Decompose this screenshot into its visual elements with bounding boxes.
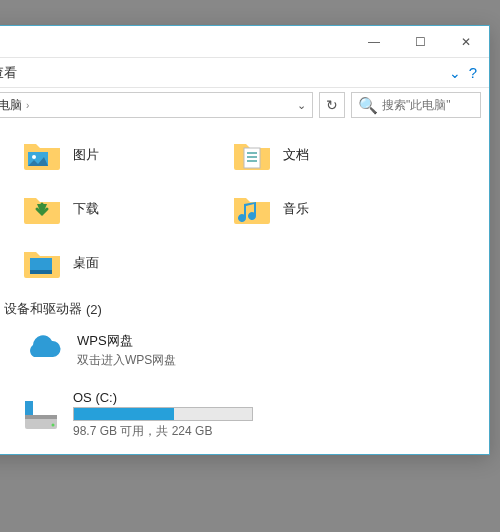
folders-section: 图片 文档 下载 音乐 <box>21 130 469 292</box>
desktop-icon <box>21 242 63 284</box>
svg-rect-7 <box>30 270 52 274</box>
folder-desktop[interactable]: 桌面 <box>21 238 231 288</box>
search-box[interactable]: 🔍 <box>351 92 481 118</box>
drive-info: WPS网盘 双击进入WPS网盘 <box>77 332 176 369</box>
drive-name: WPS网盘 <box>77 332 176 350</box>
folder-music[interactable]: 音乐 <box>231 184 441 234</box>
cloud-icon <box>21 328 65 372</box>
refresh-button[interactable]: ↻ <box>319 92 345 118</box>
ribbon-collapse-button[interactable]: ⌄ <box>449 65 461 81</box>
capacity-bar <box>73 407 253 421</box>
drive-wps[interactable]: WPS网盘 双击进入WPS网盘 <box>21 324 231 376</box>
folder-label: 音乐 <box>283 200 309 218</box>
breadcrumb[interactable]: 此电脑 › ⌄ <box>0 92 313 118</box>
group-label: 网络位置 <box>4 452 56 454</box>
svg-rect-6 <box>30 258 52 272</box>
group-count: (2) <box>86 302 102 317</box>
refresh-icon: ↻ <box>326 97 338 113</box>
group-network-header[interactable]: ⌄ 网络位置 (1) <box>0 452 469 454</box>
group-count: (1) <box>60 454 76 455</box>
folder-label: 桌面 <box>73 254 99 272</box>
search-icon: 🔍 <box>358 96 378 115</box>
help-icon[interactable]: ? <box>469 64 477 81</box>
svg-rect-10 <box>25 401 33 415</box>
tab-view[interactable]: 查看 <box>0 64 25 82</box>
drive-name: OS (C:) <box>73 390 253 405</box>
group-label: 设备和驱动器 <box>4 300 82 318</box>
address-bar: 此电脑 › ⌄ ↻ 🔍 <box>0 88 489 122</box>
titlebar: — ☐ ✕ <box>0 26 489 58</box>
documents-icon <box>231 134 273 176</box>
minimize-button[interactable]: — <box>351 26 397 58</box>
chevron-down-icon: ⌄ <box>449 65 461 81</box>
drive-subtitle: 双击进入WPS网盘 <box>77 352 176 369</box>
folder-documents[interactable]: 文档 <box>231 130 441 180</box>
downloads-icon <box>21 188 63 230</box>
folder-downloads[interactable]: 下载 <box>21 184 231 234</box>
breadcrumb-location: 此电脑 <box>0 97 22 114</box>
chevron-right-icon: › <box>26 100 29 111</box>
capacity-bar-fill <box>74 408 174 420</box>
drive-info: OS (C:) 98.7 GB 可用，共 224 GB <box>73 390 253 440</box>
ribbon: 查看 ⌄ ? <box>0 58 489 88</box>
group-devices-header[interactable]: ⌄ 设备和驱动器 (2) <box>0 300 469 318</box>
folder-label: 文档 <box>283 146 309 164</box>
breadcrumb-dropdown-icon[interactable]: ⌄ <box>297 99 306 112</box>
svg-point-11 <box>52 424 55 427</box>
search-input[interactable] <box>382 98 474 112</box>
music-icon <box>231 188 273 230</box>
drive-capacity-text: 98.7 GB 可用，共 224 GB <box>73 423 253 440</box>
folder-label: 图片 <box>73 146 99 164</box>
hdd-icon <box>21 393 61 437</box>
pictures-icon <box>21 134 63 176</box>
close-button[interactable]: ✕ <box>443 26 489 58</box>
drive-os-c[interactable]: OS (C:) 98.7 GB 可用，共 224 GB <box>21 386 251 444</box>
maximize-button[interactable]: ☐ <box>397 26 443 58</box>
content-pane: 图片 文档 下载 音乐 <box>0 122 489 454</box>
folder-pictures[interactable]: 图片 <box>21 130 231 180</box>
svg-rect-9 <box>25 415 57 419</box>
file-explorer-window: — ☐ ✕ 查看 ⌄ ? 此电脑 › ⌄ ↻ 🔍 图片 <box>0 25 490 455</box>
folder-label: 下载 <box>73 200 99 218</box>
svg-point-1 <box>32 155 36 159</box>
